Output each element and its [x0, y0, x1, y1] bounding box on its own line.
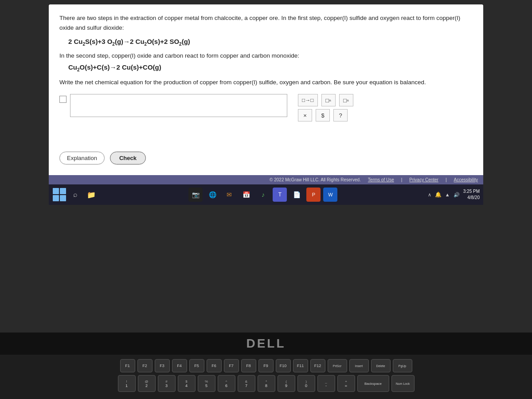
subscript-tool-button[interactable]: □n [321, 94, 336, 106]
dell-logo: DELL [246, 336, 286, 351]
f8-key[interactable]: F8 [241, 359, 256, 372]
key-9[interactable]: (9 [278, 375, 295, 392]
key-6[interactable]: ^6 [218, 375, 235, 392]
calendar-taskbar-icon[interactable]: 📅 [239, 188, 253, 202]
dollar-tool-button[interactable]: $ [316, 109, 330, 121]
windows-start-button[interactable] [52, 188, 66, 202]
check-button[interactable]: Check [110, 152, 146, 164]
f9-key[interactable]: F9 [258, 359, 274, 372]
privacy-center-link[interactable]: Privacy Center [409, 177, 438, 182]
key-3[interactable]: #3 [158, 375, 176, 392]
music-taskbar-icon[interactable]: ♪ [256, 188, 270, 202]
edge-taskbar-icon[interactable]: 🌐 [205, 188, 219, 202]
second-step-text: In the second step, copper(I) oxide and … [59, 51, 473, 61]
file-explorer-taskbar-button[interactable]: 📁 [84, 188, 98, 202]
key-5[interactable]: %5 [198, 375, 215, 392]
f6-key[interactable]: F6 [207, 359, 222, 372]
search-taskbar-button[interactable]: ⌕ [68, 188, 82, 202]
key-1[interactable]: !1 [118, 375, 136, 392]
f4-key[interactable]: F4 [172, 359, 187, 372]
multiply-tool-button[interactable]: × [298, 109, 312, 121]
terms-of-use-link[interactable]: Terms of Use [368, 177, 394, 182]
key-minus[interactable]: _- [317, 375, 335, 392]
explanation-button[interactable]: Explanation [59, 152, 105, 164]
system-time: 3:25 PM 4/8/20 [463, 188, 480, 201]
mail-taskbar-icon[interactable]: ✉ [222, 188, 236, 202]
backspace-key[interactable]: Backspace [357, 375, 389, 392]
tool-panel: □→□ □n □n × $ ? [298, 94, 353, 121]
up-chevron-icon[interactable]: ∧ [428, 192, 431, 198]
word-taskbar-icon[interactable]: W [323, 188, 337, 202]
numlock-key[interactable]: Num Lock [391, 375, 415, 392]
f7-key[interactable]: F7 [224, 359, 239, 372]
equation-1: 2 Cu2S(s)+3 O2(g)→2 Cu2O(s)+2 SO2(g) [68, 38, 473, 47]
f5-key[interactable]: F5 [189, 359, 204, 372]
equation-2: Cu2O(s)+C(s)→2 Cu(s)+CO(g) [68, 63, 473, 72]
key-2[interactable]: @2 [138, 375, 156, 392]
notification-icon[interactable]: 🔔 [435, 192, 442, 198]
prtscr-key[interactable]: PrtScr [328, 359, 347, 372]
teams-taskbar-icon[interactable]: T [273, 188, 287, 202]
key-0[interactable]: )0 [297, 375, 315, 392]
volume-icon[interactable]: 🔊 [454, 192, 460, 198]
key-4[interactable]: $4 [178, 375, 196, 392]
key-7[interactable]: &7 [238, 375, 255, 392]
function-key-row: F1 F2 F3 F4 F5 F6 F7 F8 F9 F10 F11 F12 P… [13, 359, 519, 372]
key-equals[interactable]: += [337, 375, 355, 392]
accessibility-link[interactable]: Accessibility [454, 177, 478, 182]
f3-key[interactable]: F3 [155, 359, 170, 372]
wifi-icon[interactable]: ▲ [445, 192, 450, 197]
key-8[interactable]: *8 [258, 375, 275, 392]
powerpoint-taskbar-icon[interactable]: P [306, 188, 321, 202]
f12-key[interactable]: F12 [310, 359, 325, 372]
answer-input[interactable] [70, 94, 287, 117]
f1-key[interactable]: F1 [120, 359, 135, 372]
insert-key[interactable]: Insert [349, 359, 369, 372]
number-key-row: !1 @2 #3 $4 %5 ^6 &7 *8 (9 )0 _- [13, 375, 519, 392]
arrow-tool-button[interactable]: □→□ [298, 94, 318, 106]
camera-taskbar-icon[interactable]: 📷 [188, 188, 203, 202]
copyright-bar: © 2022 McGraw Hill LLC. All Rights Reser… [49, 175, 483, 184]
doc-taskbar-icon[interactable]: 📄 [289, 188, 304, 202]
delete-key[interactable]: Delete [371, 359, 391, 372]
answer-checkbox[interactable] [59, 96, 66, 103]
copyright-text: © 2022 McGraw Hill LLC. All Rights Reser… [270, 177, 361, 182]
help-tool-button[interactable]: ? [333, 109, 348, 121]
intro-text: There are two steps in the extraction of… [59, 13, 473, 32]
write-text: Write the net chemical equation for the … [59, 78, 473, 87]
superscript-tool-button[interactable]: □n [339, 94, 353, 106]
f11-key[interactable]: F11 [293, 359, 308, 372]
pgup-key[interactable]: PgUp [393, 359, 412, 372]
f10-key[interactable]: F10 [276, 359, 291, 372]
f2-key[interactable]: F2 [137, 359, 153, 372]
